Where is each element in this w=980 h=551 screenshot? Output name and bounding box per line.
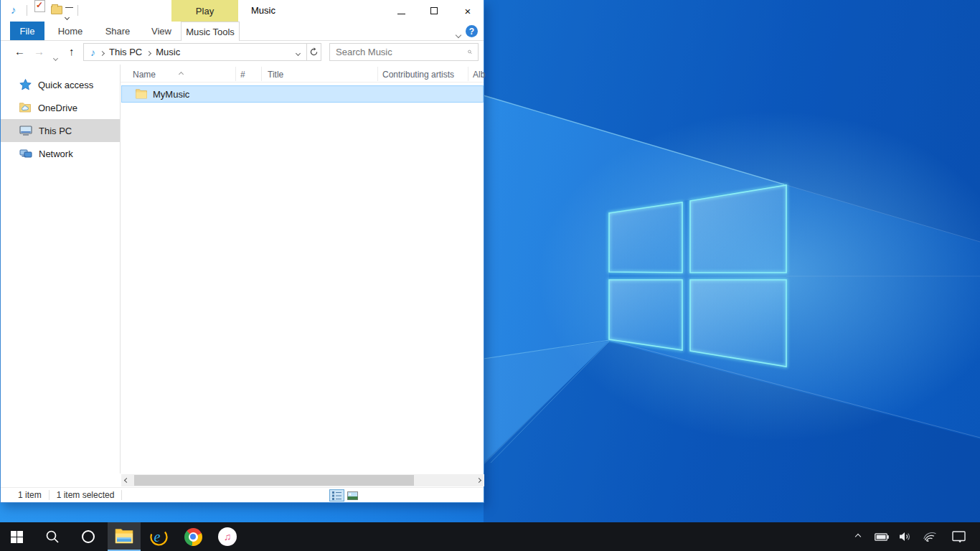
itunes-icon: ♫ <box>218 527 237 546</box>
battery-icon[interactable] <box>873 522 890 551</box>
details-view-icon <box>332 491 341 500</box>
file-explorer-icon <box>115 529 133 545</box>
header-divider <box>121 82 484 83</box>
details-view-button[interactable] <box>329 489 344 501</box>
ribbon-tab-row: File Home Share View Music Tools ? <box>1 22 484 41</box>
sidebar-item-label: Network <box>39 149 73 159</box>
taskbar-file-explorer-button[interactable] <box>108 522 141 551</box>
refresh-icon <box>309 47 319 57</box>
tab-home[interactable]: Home <box>50 22 90 40</box>
column-separator[interactable] <box>235 67 236 81</box>
breadcrumb-this-pc[interactable]: This PC <box>109 47 142 57</box>
search-input[interactable] <box>330 47 468 57</box>
thumbnail-view-icon <box>347 491 358 500</box>
column-header-title[interactable]: Title <box>268 70 283 80</box>
search-icon[interactable] <box>468 47 472 57</box>
file-name: MyMusic <box>153 89 189 100</box>
maximize-icon <box>430 7 438 14</box>
main-content: Quick access OneDrive This PC <box>1 65 484 474</box>
maximize-button[interactable] <box>422 0 446 22</box>
wifi-icon[interactable] <box>920 522 938 551</box>
tab-view[interactable]: View <box>142 22 181 40</box>
itunes-button[interactable]: ♫ <box>211 522 244 551</box>
scrollbar-thumb[interactable] <box>134 475 414 486</box>
scroll-left-arrow[interactable] <box>121 474 132 486</box>
qat-separator <box>27 5 27 16</box>
taskbar-search-button[interactable] <box>36 522 69 551</box>
file-explorer-window: ♪ ✓ Play Music × File Home Share View Mu… <box>0 0 484 503</box>
forward-button[interactable]: → <box>34 45 44 57</box>
status-bar: 1 item 1 item selected <box>1 487 484 502</box>
refresh-button[interactable] <box>307 47 321 57</box>
up-button[interactable]: ↑ <box>69 45 75 57</box>
folder-icon <box>136 89 148 99</box>
column-separator[interactable] <box>468 67 468 81</box>
column-header-contributing-artists[interactable]: Contributing artists <box>382 70 454 80</box>
start-button[interactable] <box>0 522 33 551</box>
close-button[interactable]: × <box>456 0 480 22</box>
sidebar-item-label: This PC <box>39 126 72 136</box>
status-separator <box>121 490 122 500</box>
selection-count: 1 item selected <box>57 490 115 500</box>
title-bar: ♪ ✓ Play Music × <box>1 0 484 22</box>
collapse-ribbon-chevron-icon[interactable] <box>456 27 461 40</box>
minimize-icon <box>397 14 405 14</box>
column-header-album[interactable]: Alb <box>473 70 485 80</box>
internet-explorer-button[interactable]: e <box>142 522 175 551</box>
search-icon <box>45 529 60 544</box>
item-count: 1 item <box>18 490 42 500</box>
play-header-label: Play <box>196 6 214 17</box>
taskbar: e ♫ <box>0 522 980 551</box>
column-header-name[interactable]: Name <box>133 70 156 80</box>
file-row-mymusic[interactable]: MyMusic <box>121 85 484 103</box>
new-folder-icon[interactable] <box>51 6 62 14</box>
tab-share-label: Share <box>105 26 131 37</box>
monitor-icon <box>19 126 32 136</box>
sidebar-item-this-pc[interactable]: This PC <box>1 119 120 142</box>
cortana-button[interactable] <box>72 522 105 551</box>
navigation-pane: Quick access OneDrive This PC <box>1 65 121 474</box>
address-music-note-icon: ♪ <box>90 47 95 58</box>
tab-view-label: View <box>151 26 171 37</box>
tab-share[interactable]: Share <box>97 22 138 40</box>
tab-music-tools[interactable]: Music Tools <box>181 22 240 41</box>
column-separator[interactable] <box>261 67 262 81</box>
address-dropdown-chevron-icon[interactable] <box>296 47 300 57</box>
properties-icon[interactable]: ✓ <box>34 0 45 12</box>
breadcrumb-music[interactable]: Music <box>156 47 180 57</box>
network-computers-icon <box>19 149 32 159</box>
file-list-area: Name # Title Contributing artists Alb My… <box>121 65 484 474</box>
star-icon <box>19 79 32 90</box>
contextual-group-header: Play <box>171 0 238 22</box>
sidebar-item-label: OneDrive <box>38 103 77 113</box>
recent-locations-chevron-icon[interactable] <box>54 50 57 63</box>
tab-music-tools-label: Music Tools <box>186 27 235 37</box>
internet-explorer-icon: e <box>149 527 169 547</box>
chrome-button[interactable] <box>176 522 209 551</box>
search-box <box>329 43 479 61</box>
thumbnail-view-button[interactable] <box>345 489 360 501</box>
onedrive-folder-icon <box>19 103 32 113</box>
horizontal-scrollbar[interactable] <box>121 474 484 486</box>
address-bar[interactable]: ♪ This PC Music <box>83 43 321 61</box>
tab-home-label: Home <box>58 26 83 37</box>
scroll-right-arrow[interactable] <box>473 474 484 486</box>
minimize-button[interactable] <box>389 0 413 22</box>
breadcrumb-chevron-icon <box>147 47 151 57</box>
action-center-icon[interactable] <box>944 522 973 551</box>
volume-icon[interactable] <box>897 522 914 551</box>
windows-start-icon <box>11 531 23 543</box>
sidebar-item-onedrive[interactable]: OneDrive <box>1 96 120 119</box>
chrome-icon <box>184 528 202 546</box>
column-header-number[interactable]: # <box>240 70 245 80</box>
window-music-note-icon: ♪ <box>11 4 17 16</box>
back-button[interactable]: ← <box>14 45 25 57</box>
help-button[interactable]: ? <box>466 25 478 37</box>
hidden-icons-chevron-icon[interactable] <box>849 522 867 551</box>
sidebar-item-network[interactable]: Network <box>1 142 120 165</box>
column-separator[interactable] <box>377 67 378 81</box>
sidebar-item-quick-access[interactable]: Quick access <box>1 73 120 96</box>
customize-qat-dropdown-icon[interactable] <box>65 7 73 22</box>
navigation-bar: ← → ↑ ♪ This PC Music <box>1 41 484 64</box>
tab-file[interactable]: File <box>10 22 44 40</box>
